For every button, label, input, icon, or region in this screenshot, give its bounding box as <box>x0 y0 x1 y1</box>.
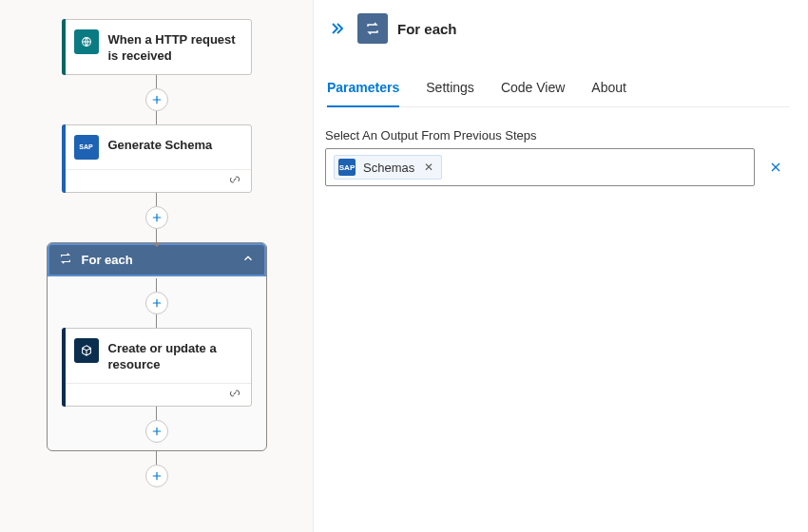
add-step-button[interactable] <box>145 465 168 487</box>
workflow-canvas: When a HTTP request is received SAP Gene… <box>0 0 314 532</box>
for-each-title: For each <box>82 253 133 267</box>
connector-2 <box>0 193 313 242</box>
details-panel: For each Parameters Settings Code View A… <box>314 0 808 532</box>
link-icon <box>228 387 241 403</box>
connector-1 <box>0 75 313 124</box>
tab-code-view[interactable]: Code View <box>501 70 565 106</box>
accent-bar <box>62 19 66 75</box>
sap-icon: SAP <box>74 135 99 160</box>
chip-remove-button[interactable]: ✕ <box>422 161 433 174</box>
link-icon <box>228 173 241 189</box>
clear-field-button[interactable] <box>762 154 789 180</box>
accent-bar <box>62 124 66 193</box>
step-http-request[interactable]: When a HTTP request is received <box>62 19 252 75</box>
add-step-button[interactable] <box>145 292 168 314</box>
chevron-up-icon <box>241 252 255 268</box>
step-title: When a HTTP request is received <box>108 29 241 65</box>
field-label-output: Select An Output From Previous Steps <box>325 128 789 142</box>
step-for-each-container[interactable]: For each <box>47 242 267 451</box>
chip-label: Schemas <box>363 161 414 175</box>
tab-about[interactable]: About <box>591 70 626 106</box>
step-title: Create or update a resource <box>108 338 241 373</box>
panel-tabs: Parameters Settings Code View About <box>325 70 789 107</box>
add-step-button[interactable] <box>145 420 168 443</box>
tab-settings[interactable]: Settings <box>426 70 474 106</box>
loop-icon <box>59 252 72 268</box>
connector-3 <box>0 451 313 487</box>
accent-bar <box>62 328 66 407</box>
step-title: Generate Schema <box>108 135 213 154</box>
token-chip-schemas[interactable]: SAP Schemas ✕ <box>334 155 442 180</box>
output-token-input[interactable]: SAP Schemas ✕ <box>325 148 755 186</box>
connector-inner-2 <box>62 407 252 443</box>
http-request-icon <box>74 29 99 54</box>
connector-inner-1 <box>62 278 252 328</box>
cube-icon <box>74 338 99 363</box>
step-create-update-resource[interactable]: Create or update a resource <box>62 328 252 407</box>
panel-title: For each <box>397 21 457 37</box>
tab-parameters[interactable]: Parameters <box>327 70 399 106</box>
sap-icon: SAP <box>338 159 356 176</box>
collapse-panel-button[interactable] <box>325 17 348 40</box>
step-generate-schema[interactable]: SAP Generate Schema <box>62 124 252 193</box>
add-step-button[interactable] <box>145 206 168 229</box>
add-step-button[interactable] <box>145 88 168 111</box>
loop-icon <box>357 13 388 44</box>
